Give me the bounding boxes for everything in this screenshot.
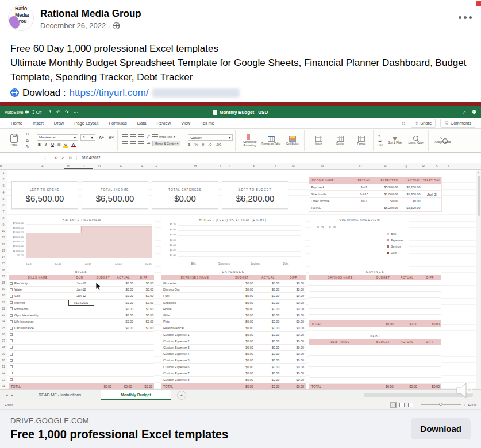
align-left-icon[interactable] <box>122 141 128 146</box>
selected-cell[interactable]: 01/14/2022 <box>68 300 95 306</box>
table-row[interactable] <box>9 345 154 351</box>
align-center-icon[interactable] <box>130 141 136 146</box>
column-header[interactable]: J <box>229 164 230 168</box>
cell[interactable]: Paycheck <box>309 186 354 189</box>
cell[interactable]: $0.00 <box>255 301 281 304</box>
autosave-toggle[interactable]: AutoSave Off <box>5 110 41 115</box>
decrease-decimal-icon[interactable]: .00 <box>216 142 221 146</box>
income-table[interactable]: INCOME NAME PAYDAY EXPECTED ACTUAL START… <box>309 177 442 212</box>
avatar[interactable]: Ratio Media Grou <box>8 5 34 31</box>
wrap-text-button[interactable]: Wrap Text ▾ <box>152 134 175 139</box>
row-header[interactable]: 3 <box>0 183 7 189</box>
cell[interactable]: Electricity <box>14 281 68 285</box>
cell[interactable]: $0.00 <box>255 346 281 349</box>
column-header[interactable]: T <box>448 164 449 168</box>
cell[interactable]: Shopping <box>161 301 229 304</box>
column-header[interactable]: R <box>422 164 425 168</box>
cell[interactable]: $0.00 <box>229 294 255 298</box>
align-top-icon[interactable] <box>122 134 128 139</box>
table-row[interactable]: Gym Membership $0.00 $0.00 <box>9 312 154 319</box>
scroll-up-icon[interactable]: ▲ <box>476 171 481 174</box>
cell[interactable]: Jan-12 <box>68 294 95 298</box>
column-header[interactable]: Q <box>405 164 407 168</box>
tab-monthly-budget[interactable]: Monthly Budget <box>101 390 171 400</box>
row-header[interactable]: 1 <box>0 170 7 176</box>
row-header[interactable]: 33 <box>0 377 7 383</box>
table-row[interactable]: Phone Bill $0.00 $0.00 <box>9 306 154 312</box>
cell[interactable]: $0.00 <box>229 281 255 285</box>
cell[interactable]: $5,200.00 <box>374 186 399 189</box>
fill-color-button[interactable]: ◇ <box>63 142 68 147</box>
cell[interactable]: $0.00 <box>399 199 421 203</box>
checkbox[interactable] <box>10 353 13 356</box>
column-headers[interactable]: ABCDEFGHIJKLMNOPQRSTUV <box>0 163 481 170</box>
table-row[interactable] <box>9 338 154 345</box>
cell[interactable]: $0.00 <box>115 320 135 323</box>
cell[interactable]: $0.00 <box>255 281 281 285</box>
table-row[interactable] <box>309 372 441 378</box>
column-header[interactable]: C <box>83 164 85 168</box>
scrollbar-thumb[interactable] <box>478 176 480 216</box>
zoom-out-icon[interactable]: − <box>417 403 419 407</box>
table-row[interactable]: Car Insurance $0.00 $0.00 <box>9 325 154 331</box>
cell[interactable]: $0.00 <box>229 301 255 304</box>
copy-icon[interactable]: ⧉ <box>26 138 29 143</box>
table-row[interactable] <box>309 361 441 367</box>
table-row[interactable] <box>309 309 441 315</box>
cell[interactable]: Pets <box>161 320 229 323</box>
checkbox[interactable] <box>10 365 13 368</box>
cell[interactable]: Gym Membership <box>14 314 68 317</box>
row-header[interactable]: 15 <box>0 260 7 267</box>
italic-button[interactable]: I <box>44 142 48 146</box>
row-header[interactable]: 27 <box>0 338 7 344</box>
start-day-cell[interactable]: Jul-3 <box>422 184 442 204</box>
share-button[interactable]: ⇪ Share <box>411 119 436 128</box>
cell[interactable]: $0.00 <box>255 294 281 298</box>
cell[interactable]: Jul-3 <box>354 186 374 189</box>
column-header[interactable]: D <box>98 164 101 168</box>
cell[interactable]: $0.00 <box>374 199 399 203</box>
page-layout-view-icon[interactable] <box>399 403 405 407</box>
column-header[interactable]: A <box>41 164 44 168</box>
cell[interactable]: Car Insurance <box>14 326 68 330</box>
checkbox[interactable] <box>10 339 13 342</box>
row-header[interactable]: 30 <box>0 357 7 364</box>
checkbox[interactable] <box>10 346 13 349</box>
post-date[interactable]: December 26, 2022 · <box>40 21 110 30</box>
format-painter-icon[interactable]: ✎ <box>26 145 29 149</box>
table-row[interactable]: Custom Expense 7 $0.00 $0.00 $0.00 <box>161 370 306 377</box>
cell[interactable]: $0.00 <box>229 326 255 330</box>
row-header[interactable]: 2 <box>0 176 7 183</box>
find-select-button[interactable]: Find & Select <box>407 136 426 145</box>
cut-icon[interactable]: ✂ <box>26 132 29 137</box>
comma-format-icon[interactable]: 9 <box>202 142 204 146</box>
increase-decimal-icon[interactable]: .0 <box>208 142 211 146</box>
checkbox[interactable] <box>10 320 13 323</box>
cell[interactable]: $0.00 <box>135 320 155 323</box>
zoom-control[interactable]: − + 124% <box>417 403 476 407</box>
checkbox[interactable] <box>10 307 13 310</box>
table-row[interactable]: Groceries $0.00 $0.00 $0.00 <box>161 280 306 287</box>
table-row[interactable]: Custom Expense 5 $0.00 $0.00 $0.00 <box>161 357 306 364</box>
cell[interactable]: $0.00 <box>281 314 306 317</box>
cell[interactable]: Internet <box>14 301 68 304</box>
autosum-icon[interactable]: Σ <box>378 134 383 138</box>
row-header[interactable]: 26 <box>0 331 7 338</box>
row-header[interactable]: 4 <box>0 190 7 196</box>
cell[interactable]: Other income <box>309 199 354 203</box>
cell[interactable]: $0.00 <box>281 378 306 381</box>
sort-filter-button[interactable]: Sort & Filter <box>386 137 405 144</box>
cell[interactable]: Jul-1 <box>354 199 374 203</box>
indent-icon[interactable]: ⇥ <box>147 141 150 146</box>
redo-icon[interactable]: ↷ <box>65 110 69 115</box>
row-header[interactable]: 20 <box>0 292 7 299</box>
cell[interactable]: $0.00 <box>281 352 306 356</box>
ribbon-tab[interactable]: Home <box>6 118 28 129</box>
table-row[interactable]: Custom Expense 6 $0.00 $0.00 $0.00 <box>161 364 306 370</box>
next-sheet-icon[interactable]: ▸ <box>11 393 14 397</box>
cell[interactable]: $0.00 <box>281 294 306 298</box>
cell[interactable]: Custom Expense 3 <box>161 346 229 349</box>
insert-cells-button[interactable]: Insert <box>309 136 328 145</box>
cell-styles-button[interactable]: Cell Styles <box>283 136 302 145</box>
cell[interactable]: $1,000.00 <box>374 192 399 196</box>
